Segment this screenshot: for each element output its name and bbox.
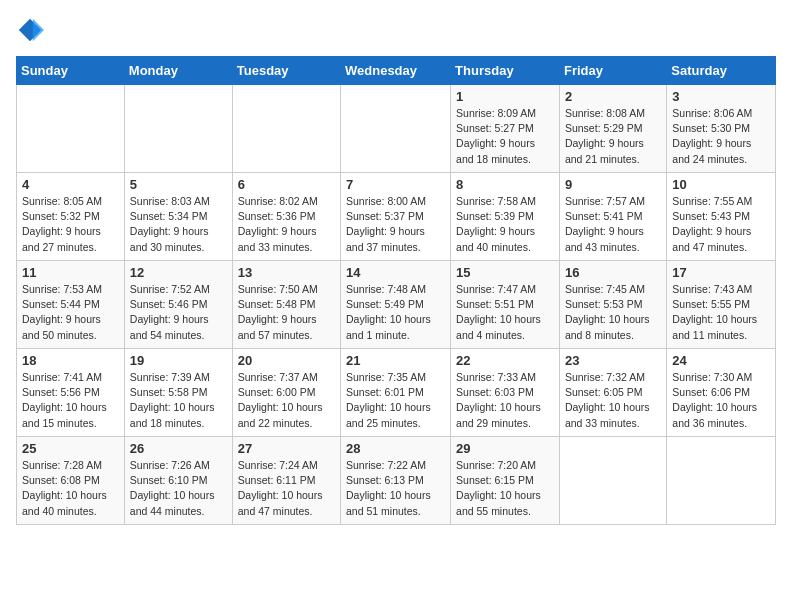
calendar-cell	[124, 85, 232, 173]
day-info: Sunrise: 7:26 AM Sunset: 6:10 PM Dayligh…	[130, 458, 227, 519]
weekday-header-tuesday: Tuesday	[232, 57, 340, 85]
day-info: Sunrise: 7:22 AM Sunset: 6:13 PM Dayligh…	[346, 458, 445, 519]
calendar-cell: 11Sunrise: 7:53 AM Sunset: 5:44 PM Dayli…	[17, 261, 125, 349]
calendar-cell: 26Sunrise: 7:26 AM Sunset: 6:10 PM Dayli…	[124, 437, 232, 525]
day-info: Sunrise: 7:43 AM Sunset: 5:55 PM Dayligh…	[672, 282, 770, 343]
calendar-cell: 20Sunrise: 7:37 AM Sunset: 6:00 PM Dayli…	[232, 349, 340, 437]
day-number: 17	[672, 265, 770, 280]
day-number: 29	[456, 441, 554, 456]
day-info: Sunrise: 7:53 AM Sunset: 5:44 PM Dayligh…	[22, 282, 119, 343]
weekday-header-thursday: Thursday	[451, 57, 560, 85]
calendar-cell: 28Sunrise: 7:22 AM Sunset: 6:13 PM Dayli…	[341, 437, 451, 525]
day-number: 24	[672, 353, 770, 368]
day-info: Sunrise: 8:00 AM Sunset: 5:37 PM Dayligh…	[346, 194, 445, 255]
day-info: Sunrise: 7:52 AM Sunset: 5:46 PM Dayligh…	[130, 282, 227, 343]
weekday-header-friday: Friday	[559, 57, 666, 85]
day-number: 23	[565, 353, 661, 368]
day-info: Sunrise: 7:58 AM Sunset: 5:39 PM Dayligh…	[456, 194, 554, 255]
calendar-cell: 2Sunrise: 8:08 AM Sunset: 5:29 PM Daylig…	[559, 85, 666, 173]
day-number: 26	[130, 441, 227, 456]
calendar-cell	[667, 437, 776, 525]
day-info: Sunrise: 8:09 AM Sunset: 5:27 PM Dayligh…	[456, 106, 554, 167]
logo-icon	[16, 16, 44, 44]
day-number: 3	[672, 89, 770, 104]
day-info: Sunrise: 7:57 AM Sunset: 5:41 PM Dayligh…	[565, 194, 661, 255]
day-number: 7	[346, 177, 445, 192]
day-info: Sunrise: 7:20 AM Sunset: 6:15 PM Dayligh…	[456, 458, 554, 519]
day-number: 27	[238, 441, 335, 456]
day-number: 14	[346, 265, 445, 280]
calendar-cell: 14Sunrise: 7:48 AM Sunset: 5:49 PM Dayli…	[341, 261, 451, 349]
day-info: Sunrise: 7:33 AM Sunset: 6:03 PM Dayligh…	[456, 370, 554, 431]
day-number: 13	[238, 265, 335, 280]
day-info: Sunrise: 7:35 AM Sunset: 6:01 PM Dayligh…	[346, 370, 445, 431]
calendar-week-4: 18Sunrise: 7:41 AM Sunset: 5:56 PM Dayli…	[17, 349, 776, 437]
calendar-cell: 23Sunrise: 7:32 AM Sunset: 6:05 PM Dayli…	[559, 349, 666, 437]
day-info: Sunrise: 7:37 AM Sunset: 6:00 PM Dayligh…	[238, 370, 335, 431]
day-number: 2	[565, 89, 661, 104]
calendar-cell: 8Sunrise: 7:58 AM Sunset: 5:39 PM Daylig…	[451, 173, 560, 261]
weekday-header-wednesday: Wednesday	[341, 57, 451, 85]
calendar-cell: 19Sunrise: 7:39 AM Sunset: 5:58 PM Dayli…	[124, 349, 232, 437]
day-info: Sunrise: 7:55 AM Sunset: 5:43 PM Dayligh…	[672, 194, 770, 255]
logo	[16, 16, 48, 44]
day-number: 8	[456, 177, 554, 192]
calendar-cell: 5Sunrise: 8:03 AM Sunset: 5:34 PM Daylig…	[124, 173, 232, 261]
day-number: 15	[456, 265, 554, 280]
day-number: 19	[130, 353, 227, 368]
day-number: 4	[22, 177, 119, 192]
calendar-cell: 6Sunrise: 8:02 AM Sunset: 5:36 PM Daylig…	[232, 173, 340, 261]
calendar-cell: 17Sunrise: 7:43 AM Sunset: 5:55 PM Dayli…	[667, 261, 776, 349]
calendar-cell: 21Sunrise: 7:35 AM Sunset: 6:01 PM Dayli…	[341, 349, 451, 437]
calendar-cell	[559, 437, 666, 525]
day-info: Sunrise: 7:47 AM Sunset: 5:51 PM Dayligh…	[456, 282, 554, 343]
day-info: Sunrise: 8:03 AM Sunset: 5:34 PM Dayligh…	[130, 194, 227, 255]
day-number: 21	[346, 353, 445, 368]
calendar-cell: 25Sunrise: 7:28 AM Sunset: 6:08 PM Dayli…	[17, 437, 125, 525]
day-info: Sunrise: 7:45 AM Sunset: 5:53 PM Dayligh…	[565, 282, 661, 343]
day-info: Sunrise: 7:48 AM Sunset: 5:49 PM Dayligh…	[346, 282, 445, 343]
day-info: Sunrise: 7:41 AM Sunset: 5:56 PM Dayligh…	[22, 370, 119, 431]
calendar-cell: 4Sunrise: 8:05 AM Sunset: 5:32 PM Daylig…	[17, 173, 125, 261]
day-number: 18	[22, 353, 119, 368]
day-number: 16	[565, 265, 661, 280]
day-number: 6	[238, 177, 335, 192]
calendar-cell: 3Sunrise: 8:06 AM Sunset: 5:30 PM Daylig…	[667, 85, 776, 173]
day-number: 1	[456, 89, 554, 104]
calendar-cell: 27Sunrise: 7:24 AM Sunset: 6:11 PM Dayli…	[232, 437, 340, 525]
day-info: Sunrise: 7:39 AM Sunset: 5:58 PM Dayligh…	[130, 370, 227, 431]
calendar-cell	[232, 85, 340, 173]
day-info: Sunrise: 7:28 AM Sunset: 6:08 PM Dayligh…	[22, 458, 119, 519]
day-info: Sunrise: 8:05 AM Sunset: 5:32 PM Dayligh…	[22, 194, 119, 255]
day-number: 20	[238, 353, 335, 368]
weekday-header-saturday: Saturday	[667, 57, 776, 85]
day-number: 11	[22, 265, 119, 280]
calendar-cell: 9Sunrise: 7:57 AM Sunset: 5:41 PM Daylig…	[559, 173, 666, 261]
day-info: Sunrise: 7:30 AM Sunset: 6:06 PM Dayligh…	[672, 370, 770, 431]
day-number: 25	[22, 441, 119, 456]
calendar-week-3: 11Sunrise: 7:53 AM Sunset: 5:44 PM Dayli…	[17, 261, 776, 349]
calendar-cell	[17, 85, 125, 173]
day-info: Sunrise: 7:24 AM Sunset: 6:11 PM Dayligh…	[238, 458, 335, 519]
calendar-cell: 29Sunrise: 7:20 AM Sunset: 6:15 PM Dayli…	[451, 437, 560, 525]
calendar-cell: 13Sunrise: 7:50 AM Sunset: 5:48 PM Dayli…	[232, 261, 340, 349]
calendar-cell: 7Sunrise: 8:00 AM Sunset: 5:37 PM Daylig…	[341, 173, 451, 261]
day-info: Sunrise: 7:32 AM Sunset: 6:05 PM Dayligh…	[565, 370, 661, 431]
day-number: 12	[130, 265, 227, 280]
day-info: Sunrise: 8:08 AM Sunset: 5:29 PM Dayligh…	[565, 106, 661, 167]
day-number: 10	[672, 177, 770, 192]
day-number: 28	[346, 441, 445, 456]
calendar-cell: 24Sunrise: 7:30 AM Sunset: 6:06 PM Dayli…	[667, 349, 776, 437]
calendar-cell: 15Sunrise: 7:47 AM Sunset: 5:51 PM Dayli…	[451, 261, 560, 349]
calendar-cell: 10Sunrise: 7:55 AM Sunset: 5:43 PM Dayli…	[667, 173, 776, 261]
calendar-cell: 1Sunrise: 8:09 AM Sunset: 5:27 PM Daylig…	[451, 85, 560, 173]
page-header	[16, 16, 776, 44]
day-number: 9	[565, 177, 661, 192]
calendar-week-2: 4Sunrise: 8:05 AM Sunset: 5:32 PM Daylig…	[17, 173, 776, 261]
calendar-week-1: 1Sunrise: 8:09 AM Sunset: 5:27 PM Daylig…	[17, 85, 776, 173]
day-number: 22	[456, 353, 554, 368]
calendar-cell	[341, 85, 451, 173]
calendar-cell: 12Sunrise: 7:52 AM Sunset: 5:46 PM Dayli…	[124, 261, 232, 349]
weekday-header-monday: Monday	[124, 57, 232, 85]
calendar-cell: 18Sunrise: 7:41 AM Sunset: 5:56 PM Dayli…	[17, 349, 125, 437]
